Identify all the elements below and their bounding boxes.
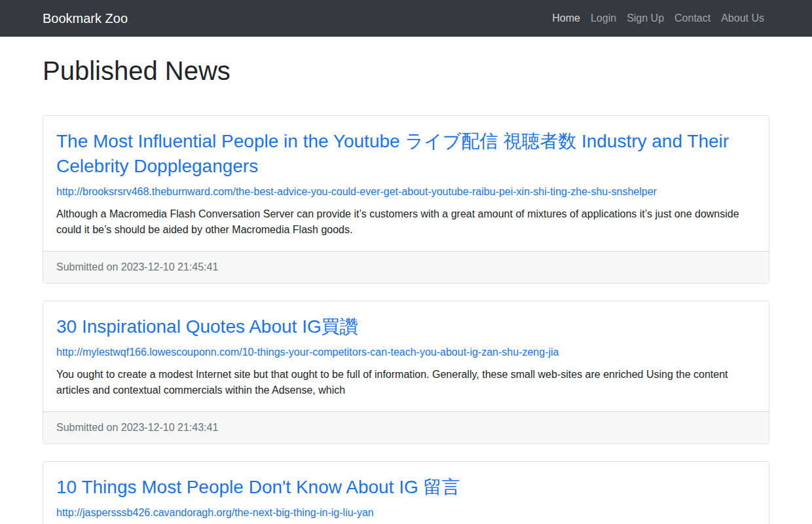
nav-link-contact[interactable]: Contact	[669, 7, 716, 29]
nav-menu: Home Login Sign Up Contact About Us	[547, 7, 769, 29]
nav-link-about[interactable]: About Us	[716, 7, 769, 29]
card-url: http://jaspersssb426.cavandoragh.org/the…	[56, 506, 756, 519]
nav-link-signup[interactable]: Sign Up	[621, 7, 669, 29]
card-url: http://mylestwqf166.lowescouponn.com/10-…	[56, 346, 756, 359]
news-card: 30 Inspirational Quotes About IG買讚 http:…	[43, 301, 769, 444]
card-description: Although a Macromedia Flash Conversation…	[56, 206, 756, 238]
card-title: The Most Influential People in the Youtu…	[56, 129, 756, 179]
main-content: Published News The Most Influential Peop…	[33, 55, 779, 524]
news-card: The Most Influential People in the Youtu…	[43, 115, 769, 284]
card-title-link[interactable]: 10 Things Most People Don't Know About I…	[56, 477, 460, 497]
card-title: 10 Things Most People Don't Know About I…	[56, 475, 756, 500]
card-url-link[interactable]: http://mylestwqf166.lowescouponn.com/10-…	[56, 346, 559, 358]
card-footer: Submitted on 2023-12-10 21:45:41	[43, 251, 769, 283]
card-body: The Most Influential People in the Youtu…	[43, 116, 769, 251]
card-footer: Submitted on 2023-12-10 21:43:41	[43, 411, 769, 443]
card-url-link[interactable]: http://brooksrsrv468.theburnward.com/the…	[56, 186, 657, 197]
brand-link[interactable]: Bookmark Zoo	[43, 11, 128, 26]
page-title: Published News	[43, 55, 769, 86]
navbar: Bookmark Zoo Home Login Sign Up Contact …	[0, 0, 812, 37]
news-list: The Most Influential People in the Youtu…	[43, 115, 769, 524]
card-url: http://brooksrsrv468.theburnward.com/the…	[56, 185, 756, 198]
card-url-link[interactable]: http://jaspersssb426.cavandoragh.org/the…	[56, 507, 374, 518]
news-card: 10 Things Most People Don't Know About I…	[43, 461, 769, 524]
card-title-link[interactable]: 30 Inspirational Quotes About IG買讚	[56, 316, 358, 337]
card-body: 30 Inspirational Quotes About IG買讚 http:…	[43, 301, 769, 411]
submitted-text: Submitted on 2023-12-10 21:45:41	[56, 261, 218, 272]
card-title: 30 Inspirational Quotes About IG買讚	[56, 314, 756, 339]
nav-link-login[interactable]: Login	[585, 7, 621, 29]
card-description: You ought to create a modest Internet si…	[56, 367, 756, 398]
nav-link-home[interactable]: Home	[547, 7, 585, 29]
card-body: 10 Things Most People Don't Know About I…	[43, 462, 769, 524]
card-title-link[interactable]: The Most Influential People in the Youtu…	[56, 131, 729, 176]
submitted-text: Submitted on 2023-12-10 21:43:41	[56, 422, 218, 433]
